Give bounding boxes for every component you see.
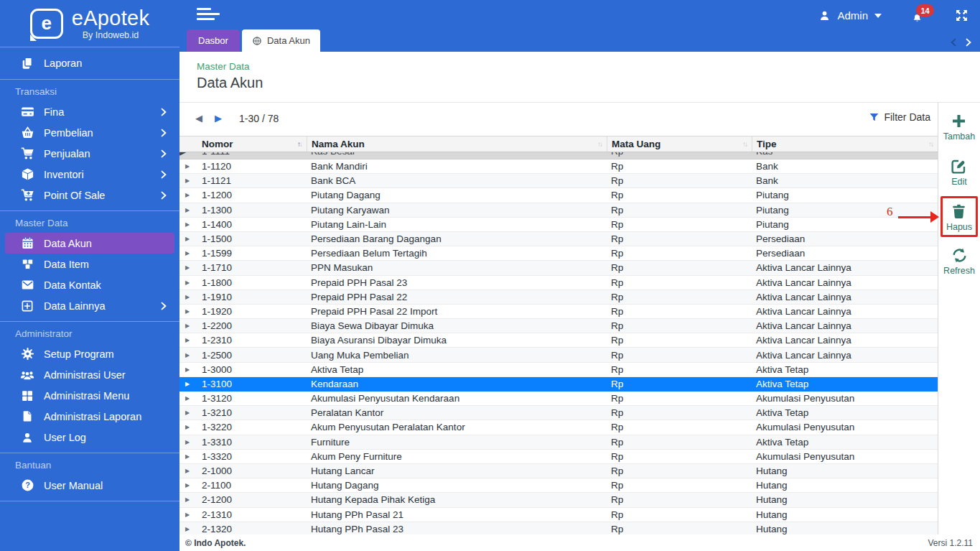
tab-data-akun[interactable]: Data Akun bbox=[242, 29, 320, 52]
table-row[interactable]: ▶1-1910Prepaid PPH Pasal 22RpAktiva Lanc… bbox=[179, 290, 938, 305]
row-expander-icon[interactable]: ▶ bbox=[179, 409, 198, 416]
table-body: ▶1-1120Bank MandiriRpBank▶1-1121Bank BCA… bbox=[179, 159, 938, 534]
user-menu[interactable]: Admin bbox=[818, 9, 882, 22]
menu-icon[interactable] bbox=[197, 8, 221, 22]
table-row[interactable]: ▶2-1000Hutang LancarRpHutang bbox=[179, 464, 938, 478]
sidebar-item-data-kontak[interactable]: Data Kontak bbox=[0, 274, 179, 295]
table-row[interactable]: ▶1-1599Persediaan Belum TertagihRpPersed… bbox=[179, 246, 938, 261]
tab-dasbor[interactable]: Dasbor bbox=[187, 29, 240, 52]
row-expander-icon[interactable]: ▶ bbox=[179, 279, 198, 286]
table-row[interactable]: ▶1-1200Piutang DagangRpPiutang bbox=[179, 188, 938, 203]
row-expander-icon[interactable]: ▶ bbox=[179, 221, 198, 228]
row-expander-icon[interactable]: ▶ bbox=[179, 395, 198, 402]
sidebar-item-administrasi-user[interactable]: Administrasi User bbox=[0, 364, 179, 385]
cell-tipe: Persediaan bbox=[752, 248, 938, 259]
table-row[interactable]: ▶1-3220Akum Penyusutan Peralatan KantorR… bbox=[179, 420, 938, 435]
sidebar-item-administrasi-laporan[interactable]: Administrasi Laporan bbox=[0, 406, 179, 427]
sidebar-item-data-akun[interactable]: Data Akun bbox=[5, 233, 174, 254]
row-expander-icon[interactable]: ▶ bbox=[179, 163, 198, 170]
table-row[interactable]: ▶1-1500Persediaan Barang DaganganRpPerse… bbox=[179, 232, 938, 246]
table-row[interactable]: ▶1-3320Akum Peny FurnitureRpAkumulasi Pe… bbox=[179, 450, 938, 464]
table-row[interactable]: ▶1-1120Bank MandiriRpBank bbox=[179, 159, 938, 174]
table-row-partial[interactable]: ▶ 1-1111 Kas Besar Rp Kas bbox=[179, 152, 938, 159]
sidebar-item-pembelian[interactable]: Pembelian bbox=[0, 122, 179, 143]
table-row[interactable]: ▶1-3100KendaraanRpAktiva Tetap bbox=[179, 377, 938, 392]
refresh-icon bbox=[951, 246, 968, 264]
cell-mata-uang: Rp bbox=[607, 320, 752, 331]
row-expander-icon[interactable]: ▶ bbox=[179, 526, 198, 532]
sidebar-item-point-of-sale[interactable]: Point Of Sale bbox=[0, 185, 179, 205]
hapus-button[interactable]: Hapus bbox=[941, 196, 978, 237]
tab-scroll-left-icon[interactable] bbox=[951, 38, 956, 47]
sidebar-sections: TransaksiFinaPembelianPenjualanInventori… bbox=[0, 80, 179, 501]
row-expander-icon[interactable]: ▶ bbox=[179, 482, 198, 489]
column-header-nama-akun[interactable]: Nama Akun ↑↓ bbox=[307, 136, 607, 152]
row-expander-icon[interactable]: ▶ bbox=[179, 496, 198, 503]
row-expander-icon[interactable]: ▶ bbox=[179, 294, 198, 300]
sidebar-item-administrasi-menu[interactable]: Administrasi Menu bbox=[0, 385, 179, 406]
table-row[interactable]: ▶2-1310Hutang PPh Pasal 21RpHutang bbox=[179, 508, 938, 522]
next-page-icon[interactable]: ▶ bbox=[215, 112, 222, 125]
sidebar-item-fina[interactable]: Fina bbox=[0, 101, 179, 122]
fullscreen-icon[interactable] bbox=[955, 9, 969, 22]
prev-page-icon[interactable]: ◀ bbox=[195, 112, 202, 125]
row-expander-icon[interactable]: ▶ bbox=[179, 264, 198, 271]
cell-nomor: 1-1920 bbox=[198, 306, 307, 317]
filter-data-button[interactable]: Filter Data bbox=[869, 111, 930, 123]
table-row[interactable]: ▶1-1920Prepaid PPH Pasal 22 ImportRpAkti… bbox=[179, 305, 938, 319]
edit-button[interactable]: Edit bbox=[951, 157, 968, 187]
column-header-tipe[interactable]: Tipe ↑↓ bbox=[752, 136, 938, 152]
row-expander-icon[interactable]: ▶ bbox=[179, 323, 198, 329]
table-row[interactable]: ▶1-1121Bank BCARpBank bbox=[179, 174, 938, 188]
table-row[interactable]: ▶1-3000Aktiva TetapRpAktiva Tetap bbox=[179, 363, 938, 377]
cell-mata-uang: Rp bbox=[607, 306, 752, 317]
sidebar-item-setup-program[interactable]: Setup Program bbox=[0, 343, 179, 364]
notifications-button[interactable]: 14 bbox=[912, 6, 936, 24]
table-row[interactable]: ▶1-1800Prepaid PPH Pasal 23RpAktiva Lanc… bbox=[179, 276, 938, 290]
cell-nomor: 1-3220 bbox=[198, 422, 307, 432]
row-expander-icon[interactable]: ▶ bbox=[179, 439, 198, 445]
sidebar-item-user-log[interactable]: User Log bbox=[0, 427, 179, 448]
row-expander-icon[interactable]: ▶ bbox=[179, 468, 198, 474]
row-expander-icon[interactable]: ▶ bbox=[179, 177, 198, 184]
sidebar-item-data-lainnya[interactable]: Data Lainnya bbox=[0, 295, 179, 316]
row-expander-icon[interactable]: ▶ bbox=[179, 337, 198, 343]
table-row[interactable]: ▶1-3210Peralatan KantorRpAktiva Tetap bbox=[179, 406, 938, 420]
row-expander-icon[interactable]: ▶ bbox=[179, 207, 198, 213]
column-header-nomor[interactable]: Nomor ↑↓ bbox=[198, 136, 307, 152]
row-expander-icon[interactable]: ▶ bbox=[179, 352, 198, 358]
table-row[interactable]: ▶1-1300Piutang KaryawanRpPiutang bbox=[179, 203, 938, 218]
sidebar-item-data-item[interactable]: Data Item bbox=[0, 254, 179, 274]
sidebar-item-penjualan[interactable]: Penjualan bbox=[0, 143, 179, 164]
cell-tipe: Piutang bbox=[752, 190, 938, 200]
table-row[interactable]: ▶1-3310FurnitureRpAktiva Tetap bbox=[179, 435, 938, 450]
table-row[interactable]: ▶1-2500Uang Muka PembelianRpAktiva Lanca… bbox=[179, 348, 938, 362]
table-row[interactable]: ▶1-1710PPN MasukanRpAktiva Lancar Lainny… bbox=[179, 261, 938, 275]
row-expander-icon[interactable]: ▶ bbox=[179, 366, 198, 373]
tambah-button[interactable]: Tambah bbox=[943, 112, 975, 142]
refresh-button[interactable]: Refresh bbox=[943, 246, 975, 276]
row-expander-icon[interactable]: ▶ bbox=[179, 192, 198, 198]
app-name: eApotek bbox=[72, 6, 150, 30]
table-row[interactable]: ▶1-2200Biaya Sewa Dibayar DimukaRpAktiva… bbox=[179, 319, 938, 333]
tab-scroll-right-icon[interactable] bbox=[966, 38, 971, 47]
row-expander-icon[interactable]: ▶ bbox=[179, 453, 198, 460]
table-row[interactable]: ▶2-1100Hutang DagangRpHutang bbox=[179, 478, 938, 493]
sidebar-item-laporan[interactable]: Laporan bbox=[0, 52, 179, 73]
table-row[interactable]: ▶2-1200Hutang Kepada Pihak KetigaRpHutan… bbox=[179, 493, 938, 507]
row-expander-icon[interactable]: ▶ bbox=[179, 250, 198, 256]
sidebar-item-user-manual[interactable]: ?User Manual bbox=[0, 475, 179, 496]
row-expander-icon[interactable]: ▶ bbox=[179, 381, 198, 387]
column-header-mata-uang[interactable]: Mata Uang ↑↓ bbox=[607, 136, 752, 152]
table-row[interactable]: ▶1-3120Akumulasi Penyusutan KendaraanRpA… bbox=[179, 392, 938, 406]
row-expander-icon[interactable]: ▶ bbox=[179, 308, 198, 315]
row-expander-icon[interactable]: ▶ bbox=[179, 236, 198, 242]
row-expander-icon[interactable]: ▶ bbox=[179, 511, 198, 518]
cell-nama-akun: Hutang Lancar bbox=[307, 466, 607, 476]
table-row[interactable]: ▶1-2310Biaya Asuransi Dibayar DimukaRpAk… bbox=[179, 333, 938, 348]
sidebar-item-inventori[interactable]: Inventori bbox=[0, 164, 179, 185]
row-expander-icon[interactable]: ▶ bbox=[179, 424, 198, 430]
table-row[interactable]: ▶2-1320Hutang PPh Pasal 23RpHutang bbox=[179, 522, 938, 534]
table-row[interactable]: ▶1-1400Piutang Lain-LainRpPiutang bbox=[179, 218, 938, 232]
cell-nomor: 1-3000 bbox=[198, 364, 307, 375]
